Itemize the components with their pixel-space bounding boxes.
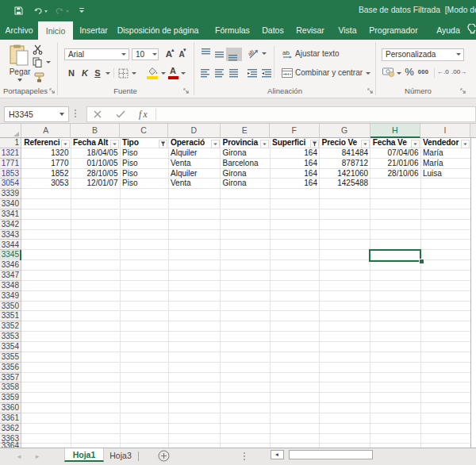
svg-text:ab: ab — [248, 48, 255, 57]
svg-text:ab: ab — [282, 49, 290, 56]
